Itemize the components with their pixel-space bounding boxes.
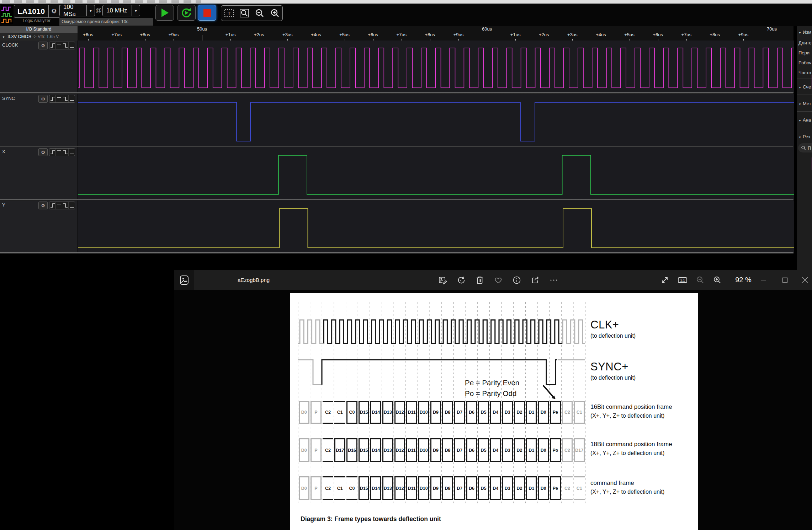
sample-count-dropdown[interactable]: 100 MSa ▼ [59, 5, 95, 16]
maximize-button[interactable] [776, 270, 794, 290]
chevron-down-icon[interactable]: ▼ [86, 5, 95, 16]
frame-bit-cell: D12 [394, 401, 405, 424]
frame-bit-cell: C0 [346, 401, 357, 424]
delete-icon[interactable] [475, 275, 484, 285]
info-icon[interactable] [512, 275, 521, 285]
panel-item-2[interactable]: Пери [798, 50, 810, 55]
panel-divider [797, 79, 812, 79]
high-level-trigger-icon[interactable] [55, 42, 62, 49]
frame-type-label: command frame(X+, Y+, Z+ to deflection u… [590, 478, 664, 496]
frame-bit-cell: C2 [562, 476, 573, 500]
t-cursor-tool-icon[interactable]: T [224, 8, 234, 18]
falling-edge-trigger-icon[interactable] [62, 202, 68, 209]
frame-bit-cell: D11 [406, 476, 417, 500]
falling-edge-trigger-icon[interactable] [62, 149, 68, 156]
sync-label: SYNC+ [590, 360, 628, 373]
falling-edge-trigger-icon[interactable] [62, 42, 68, 49]
high-level-trigger-icon[interactable] [55, 202, 62, 209]
share-icon[interactable] [531, 275, 540, 285]
frame-bit-cell: D15 [359, 438, 370, 462]
trigger-type-group [49, 202, 75, 209]
channel-label-panel: SYNC⚙ [0, 94, 78, 146]
logic-analyzer-app: LA1010 ⚙ Logic Analyzer 100 MSa ▼ @ 10 M… [0, 4, 812, 270]
trigger-type-group [49, 148, 75, 156]
viewer-title-bar[interactable]: aEzogbB.png [174, 270, 812, 290]
frame-bit-cell: C2 [323, 401, 334, 424]
viewer-toolbar [438, 270, 558, 290]
channel-row-x: X⚙ [0, 147, 794, 199]
io-standard-selector[interactable]: ▼ 3.3V CMOS -> Vth: 1.65 V [0, 33, 78, 41]
waveform-canvas-sync[interactable] [78, 94, 794, 146]
panel-item-3[interactable]: Рабоч [798, 60, 812, 65]
high-level-trigger-icon[interactable] [55, 95, 62, 102]
zoom-window-tool-icon[interactable] [239, 8, 250, 18]
io-standard-value: 3.3V CMOS [7, 34, 31, 39]
panel-section-6[interactable]: ▼Мет [798, 101, 811, 106]
repeat-capture-button[interactable] [177, 5, 196, 21]
trigger-type-group [49, 95, 75, 103]
zoom-out-icon[interactable] [694, 270, 706, 290]
timeline-ruler[interactable]: +6us+7us+8us+9us50us+1us+2us+3us+4us+5us… [78, 26, 794, 41]
low-level-trigger-icon[interactable] [68, 202, 75, 209]
stop-capture-button[interactable] [198, 5, 216, 21]
frame-bit-cell: D14 [370, 401, 381, 424]
zoom-in-icon[interactable] [270, 8, 280, 18]
frame-bit-cell: D10 [418, 438, 429, 462]
channel-settings-gear-icon[interactable]: ⚙ [38, 202, 48, 209]
frame-bit-cell: D5 [478, 476, 489, 500]
channel-settings-gear-icon[interactable]: ⚙ [38, 148, 48, 156]
rising-edge-trigger-icon[interactable] [49, 149, 55, 156]
frame-bit-cell: D0 [299, 438, 310, 462]
rotate-icon[interactable] [457, 275, 466, 285]
channel-name: Y [2, 202, 5, 208]
parity-even-note: Pe = Parity Even [465, 379, 519, 387]
frame-bit-cell: D0 [538, 401, 549, 424]
waveform-canvas-clock[interactable] [78, 41, 794, 92]
zoom-in-icon[interactable] [711, 270, 723, 290]
panel-section-5[interactable]: ▼Сче [798, 84, 811, 90]
window-title-remnant [2, 0, 201, 3]
panel-section-7[interactable]: ▼Ана [798, 117, 811, 123]
panel-section-8[interactable]: ▼Рез [798, 134, 810, 139]
fullscreen-icon[interactable] [659, 270, 671, 290]
rising-edge-trigger-icon[interactable] [49, 202, 55, 209]
rising-edge-trigger-icon[interactable] [49, 95, 55, 102]
actual-size-icon[interactable]: 1:1 [676, 270, 689, 290]
zoom-out-icon[interactable] [254, 8, 265, 18]
minimize-button[interactable] [755, 270, 773, 290]
sample-rate-dropdown[interactable]: 10 MHz ▼ [102, 5, 140, 16]
more-options-icon[interactable] [549, 275, 558, 285]
device-settings-gear-icon[interactable]: ⚙ [48, 5, 59, 17]
frame-bit-cell: D6 [466, 476, 477, 500]
panel-section-0[interactable]: ▼Изм [798, 30, 811, 35]
frame-bit-cell: D3 [502, 438, 513, 462]
panel-item-1[interactable]: Длите [798, 40, 812, 45]
waveform-canvas-y[interactable] [78, 200, 794, 252]
start-capture-button[interactable] [155, 5, 174, 21]
edit-image-icon[interactable] [438, 275, 447, 285]
falling-edge-trigger-icon[interactable] [62, 95, 68, 102]
low-level-trigger-icon[interactable] [68, 95, 75, 102]
favorite-heart-icon[interactable] [494, 275, 503, 285]
close-button[interactable] [796, 270, 812, 290]
waveform-canvas-x[interactable] [78, 147, 794, 199]
frame-bit-cell: D15 [359, 476, 370, 500]
low-level-trigger-icon[interactable] [68, 42, 75, 49]
frame-bit-cell: D13 [382, 401, 393, 424]
frame-bit-cell: D17 [574, 438, 585, 462]
frame-bit-cell: C2 [323, 438, 334, 462]
frame-bit-cell: C0 [346, 476, 357, 500]
chevron-down-icon[interactable]: ▼ [132, 5, 140, 16]
channel-settings-gear-icon[interactable]: ⚙ [38, 42, 48, 49]
channel-settings-gear-icon[interactable]: ⚙ [38, 95, 48, 103]
analyzer-search-input[interactable]: П [798, 143, 812, 152]
rising-edge-trigger-icon[interactable] [49, 42, 55, 49]
channel-label-panel: CLOCK⚙ [0, 41, 78, 92]
frame-bit-cell: D0 [299, 476, 310, 500]
high-level-trigger-icon[interactable] [55, 149, 62, 156]
frame-bit-cell: D0 [538, 438, 549, 462]
photo-app-icon [179, 275, 190, 285]
panel-item-4[interactable]: Часто [798, 70, 811, 75]
frame-bit-cell: C1 [574, 476, 585, 500]
low-level-trigger-icon[interactable] [68, 149, 75, 156]
